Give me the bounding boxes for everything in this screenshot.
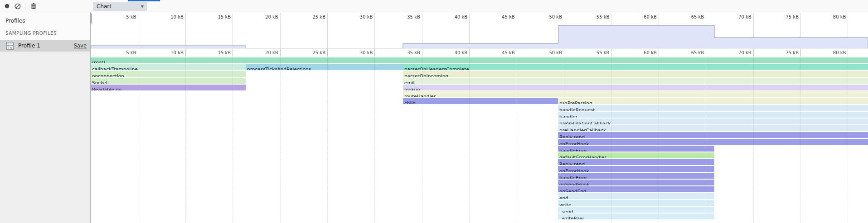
flame-bar[interactable]: onconnection <box>91 71 246 77</box>
flame-bar-label: handleError <box>558 148 587 152</box>
flame-bar[interactable]: processTicksAndRejections <box>246 64 403 70</box>
flame-bar[interactable]: _send <box>558 207 714 213</box>
flame-bar-label: processTicksAndRejections <box>246 66 311 70</box>
flame-bar[interactable]: routeHandler <box>403 91 868 97</box>
sampling-profiles-heading: SAMPLING PROFILES <box>5 30 57 36</box>
flame-bar-label: lookup <box>403 87 420 90</box>
overview-ruler-label: 75 kB <box>764 14 799 19</box>
flame-gridline <box>517 56 517 223</box>
flame-bar[interactable]: handleRequest <box>558 105 868 111</box>
flame-bar[interactable]: Reply.send <box>558 132 868 138</box>
record-button[interactable] <box>3 0 11 12</box>
flame-ruler-tick <box>280 49 281 56</box>
flame-ruler-tick <box>138 49 138 56</box>
block-icon <box>15 3 21 9</box>
flame-bar[interactable]: Readable.on <box>91 85 246 90</box>
record-icon <box>5 4 10 9</box>
overview-ruler-label: 70 kB <box>717 14 752 19</box>
flame-bar-label: runPreParsing <box>558 100 592 104</box>
flame-gridline <box>374 56 375 223</box>
sidebar-empty-area <box>0 52 90 223</box>
flame-bar[interactable]: Reply.send <box>558 159 714 165</box>
flame-bar[interactable]: runPreParsing <box>558 98 868 104</box>
flame-bar[interactable]: emit <box>403 78 868 84</box>
overview-ruler-label: 55 kB <box>575 14 609 19</box>
flame-bar-label: emit <box>403 80 415 84</box>
flame-ruler-label: 70 kB <box>717 50 752 55</box>
flame-bar[interactable]: end <box>558 193 714 199</box>
flame-bar[interactable]: preValidationCallback <box>558 119 868 124</box>
flame-bar-label: parserOnIncoming <box>403 73 448 77</box>
profile-name: Profile 1 <box>18 43 74 49</box>
flame-gridline <box>185 56 186 223</box>
flame-bar-label: Reply.send <box>558 161 585 165</box>
flame-ruler-tick <box>659 49 659 56</box>
flame-gridline <box>706 56 706 223</box>
flame-bar-label: _send <box>558 209 573 213</box>
flame-bar-label: onSendEnd <box>558 189 586 192</box>
overview-ruler-label: 15 kB <box>196 14 231 19</box>
clear-button[interactable] <box>14 0 22 12</box>
overview-ruler-label: 30 kB <box>338 14 373 19</box>
profiler-panel: Chart ▼ Profiles SAMPLING PROFILES % Pro… <box>0 0 868 223</box>
flame-bar-label: defaultErrorHandler <box>558 155 606 158</box>
flame-ruler-tick <box>706 49 706 56</box>
flame-bar[interactable]: handleError <box>558 146 714 152</box>
chevron-down-icon: ▼ <box>141 5 147 9</box>
delete-button[interactable] <box>29 0 38 12</box>
flame-ruler-label: 80 kB <box>811 50 846 55</box>
sidebar-item-profile-1[interactable]: % Profile 1 Save <box>0 40 90 52</box>
flame-ruler-tick <box>753 49 754 56</box>
overview-ruler-label: 65 kB <box>669 14 704 19</box>
flame-gridline <box>753 56 754 223</box>
flame-bar[interactable]: lookup <box>403 85 868 90</box>
flame-ruler-label: 40 kB <box>433 50 467 55</box>
overview-left-handle[interactable] <box>91 14 92 24</box>
flame-gridline <box>564 56 564 223</box>
flame-bar[interactable]: onSendHook <box>558 180 714 185</box>
flame-bar[interactable]: onErrorHook <box>558 139 868 145</box>
flame-bar[interactable]: handleError <box>558 173 714 179</box>
flame-ruler-label: 60 kB <box>622 50 657 55</box>
flame-bar-label: (root) <box>91 60 105 63</box>
flame-ruler-tick <box>422 49 422 56</box>
flame-gridline <box>280 56 281 223</box>
flame-ruler-tick <box>374 49 375 56</box>
view-mode-select[interactable]: Chart ▼ <box>93 2 147 11</box>
flame-bar-label: handleError <box>558 175 587 179</box>
flame-bar[interactable]: _writeRaw <box>558 214 714 219</box>
save-link[interactable]: Save <box>74 43 87 49</box>
flame-bar-label: onErrorHook <box>558 141 589 145</box>
flame-gridline <box>469 56 470 223</box>
flame-ruler-tick <box>185 49 186 56</box>
flame-bar[interactable]: parserOnHeadersComplete <box>403 64 868 70</box>
flame-ruler-tick <box>233 49 233 56</box>
flame-gridline <box>611 56 611 223</box>
profile-table-icon: % <box>6 42 14 50</box>
flame-ruler-label: 15 kB <box>196 50 231 55</box>
flame-ruler-tick <box>848 49 848 56</box>
flame-bar[interactable]: defaultErrorHandler <box>558 152 714 158</box>
flame-bar[interactable]: onErrorHook <box>558 166 714 172</box>
flame-bar[interactable]: handler <box>558 112 868 118</box>
overview-ruler-label: 80 kB <box>811 14 846 19</box>
sidebar: Profiles SAMPLING PROFILES % Profile 1 S… <box>0 12 91 223</box>
flame-bar[interactable]: Socket <box>91 78 246 84</box>
flame-bar[interactable]: write_ <box>558 200 714 206</box>
flame-ruler-label: 25 kB <box>291 50 325 55</box>
flame-bar[interactable]: callbackTrampoline <box>91 64 246 70</box>
flame-bar-label: routeHandler <box>403 94 436 97</box>
flame-ruler-tick <box>469 49 470 56</box>
flame-bar-label: Reply.send <box>558 134 585 138</box>
flame-bar[interactable]: preHandlerCallback <box>558 125 868 131</box>
flame-bar[interactable]: onSendEnd <box>558 186 714 192</box>
flame-ruler-label: 30 kB <box>338 50 373 55</box>
svg-text:%: % <box>10 46 13 49</box>
flame-bar-label: onconnection <box>91 73 124 77</box>
flame-bar-label: handler <box>558 114 577 118</box>
flame-bar[interactable]: child <box>403 98 558 104</box>
flame-bar[interactable]: (root) <box>91 57 868 63</box>
overview-ruler-label: 5 kB <box>102 14 136 19</box>
toolbar: Chart ▼ <box>0 0 868 12</box>
flame-bar[interactable]: parserOnIncoming <box>403 71 868 77</box>
